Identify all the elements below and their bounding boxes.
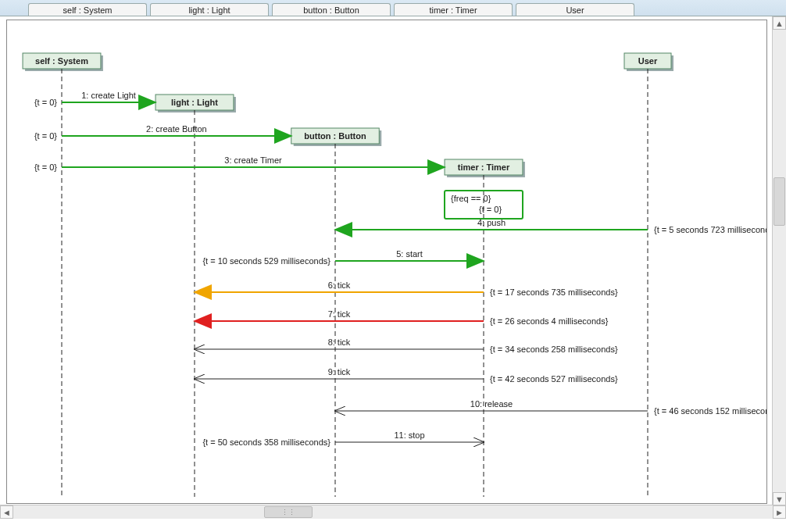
svg-text:10: release: 10: release [470, 399, 513, 409]
tab-label: button : Button [303, 5, 359, 15]
svg-text:1: create Light: 1: create Light [81, 91, 136, 100]
lifeline-tabs-bar: self : System light : Light button : But… [0, 0, 786, 16]
scroll-down-icon[interactable]: ▼ [773, 492, 786, 505]
tab-self[interactable]: self : System [28, 3, 147, 16]
svg-text:{t = 50 seconds 358 millisecon: {t = 50 seconds 358 milliseconds} [202, 437, 330, 447]
svg-text:light : Light: light : Light [171, 98, 218, 107]
svg-text:3: create Timer: 3: create Timer [224, 155, 282, 165]
svg-text:{t = 17 seconds 735 millisecon: {t = 17 seconds 735 milliseconds} [490, 287, 618, 297]
sequence-diagram-svg: self : SystemUserlight : Lightbutton : B… [7, 20, 766, 503]
svg-text:{t = 0}: {t = 0} [34, 131, 57, 141]
svg-text:{t = 34 seconds 258 millisecon: {t = 34 seconds 258 milliseconds} [490, 345, 618, 354]
tab-label: light : Light [188, 5, 230, 15]
svg-text:11: stop: 11: stop [394, 430, 424, 440]
tab-timer[interactable]: timer : Timer [394, 3, 513, 16]
tab-light[interactable]: light : Light [150, 3, 269, 16]
tab-label: self : System [63, 5, 113, 15]
svg-text:9: tick: 9: tick [328, 367, 351, 377]
diagram-canvas[interactable]: self : SystemUserlight : Lightbutton : B… [0, 16, 786, 505]
svg-text:6: tick: 6: tick [328, 280, 351, 290]
tab-label: timer : Timer [429, 5, 477, 15]
svg-text:{t = 0}: {t = 0} [34, 98, 57, 107]
svg-text:User: User [638, 56, 658, 66]
svg-text:timer : Timer: timer : Timer [458, 162, 510, 172]
svg-text:5: start: 5: start [396, 249, 423, 259]
scroll-left-icon[interactable]: ◄ [0, 505, 13, 519]
vscroll-track[interactable] [773, 30, 786, 492]
svg-text:self : System: self : System [35, 56, 88, 66]
vertical-scrollbar[interactable]: ▲ ▼ [772, 16, 786, 505]
svg-text:{t = 0}: {t = 0} [34, 162, 57, 172]
diagram-canvas-wrap: self : SystemUserlight : Lightbutton : B… [0, 16, 786, 519]
tab-button[interactable]: button : Button [272, 3, 391, 16]
vscroll-thumb[interactable] [773, 177, 785, 226]
svg-text:{t = 10 seconds 529 millisecon: {t = 10 seconds 529 milliseconds} [202, 256, 330, 266]
svg-text:{t = 42 seconds 527 millisecon: {t = 42 seconds 527 milliseconds} [490, 374, 618, 384]
tab-user[interactable]: User [516, 3, 634, 16]
diagram-frame: self : SystemUserlight : Lightbutton : B… [6, 20, 767, 504]
tab-label: User [566, 5, 584, 15]
svg-text:{freq == 0}: {freq == 0} [451, 194, 491, 203]
svg-text:{t = 46 seconds 152 millisecon: {t = 46 seconds 152 milliseconds} [654, 406, 766, 416]
svg-text:button : Button: button : Button [304, 131, 366, 141]
hscroll-track[interactable]: ⋮⋮ [13, 505, 773, 519]
scroll-up-icon[interactable]: ▲ [773, 16, 786, 30]
svg-text:8: tick: 8: tick [328, 337, 351, 347]
horizontal-scrollbar[interactable]: ◄ ⋮⋮ ► [0, 505, 786, 519]
svg-text:{t = 26 seconds 4 milliseconds: {t = 26 seconds 4 milliseconds} [490, 316, 609, 326]
hscroll-thumb[interactable]: ⋮⋮ [264, 506, 313, 518]
svg-text:4: push: 4: push [477, 218, 506, 227]
svg-text:{t = 0}: {t = 0} [479, 205, 502, 214]
svg-text:2: create Button: 2: create Button [146, 124, 207, 134]
svg-text:{t = 5 seconds 723 millisecond: {t = 5 seconds 723 milliseconds} [654, 225, 766, 234]
svg-text:7: tick: 7: tick [328, 309, 351, 319]
scroll-right-icon[interactable]: ► [773, 505, 786, 519]
